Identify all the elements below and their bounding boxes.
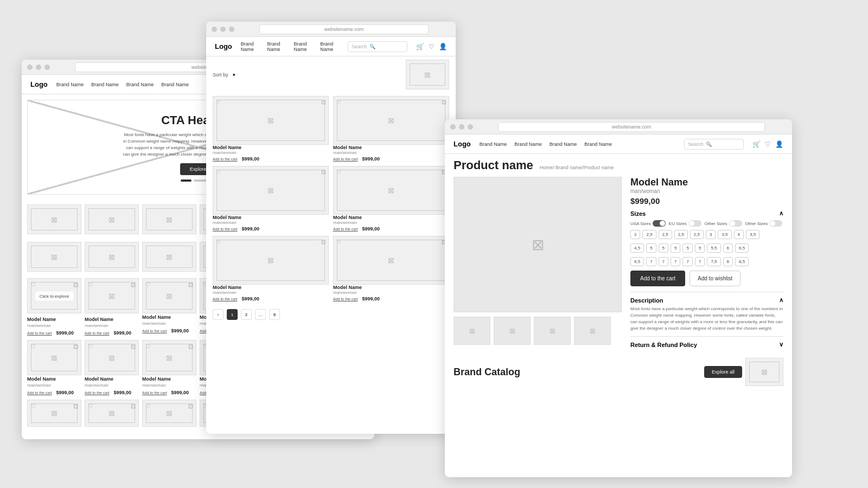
listing-img-5[interactable]: ♡ ⊡ (213, 236, 329, 285)
nav-link-3-2[interactable]: Brand Name (514, 142, 542, 147)
size-chip-3[interactable]: 3 (706, 230, 716, 239)
page-btn-2[interactable]: 2 (241, 309, 252, 320)
cart-icon-2[interactable]: 🛒 (416, 43, 424, 50)
category-item-1[interactable] (27, 204, 81, 234)
size-chip-6-5-1[interactable]: 6,5 (735, 243, 749, 253)
zoom-listing-5[interactable]: ⊡ (321, 239, 326, 245)
size-chip-5-4[interactable]: 5 (682, 243, 692, 253)
size-chip-4[interactable]: 4 (734, 230, 744, 239)
size-toggle-eu[interactable] (688, 220, 701, 227)
size-chip-4-5[interactable]: 4,5 (630, 243, 644, 253)
size-chip-2-5-3[interactable]: 2,5 (674, 230, 688, 239)
size-toggle-other1[interactable] (729, 220, 742, 227)
nav-link-3-3[interactable]: Brand Name (550, 142, 577, 147)
thumb-4[interactable] (574, 317, 611, 345)
size-chip-7-3[interactable]: 7 (671, 257, 680, 266)
nav-link-3-1[interactable]: Brand Name (480, 142, 507, 147)
add-cart-3[interactable]: Add to the cart (142, 329, 167, 333)
wishlist-icon-p1[interactable]: ♡ (30, 281, 36, 288)
size-chip-3-5-2[interactable]: 3,5 (746, 230, 760, 239)
nav-link-2-3[interactable]: Brand Name (293, 41, 312, 52)
page-prev-btn[interactable]: ‹ (213, 309, 224, 320)
listing-add-cart-5[interactable]: Add to the cart (213, 297, 238, 301)
wishlist-r3-2[interactable]: ♡ (88, 343, 93, 350)
zoom-listing-1[interactable]: ⊡ (321, 99, 326, 105)
product-r3-img-3[interactable]: ♡ ⊡ (142, 340, 196, 375)
search-bar-3[interactable]: Search 🔍 (684, 139, 744, 150)
size-chip-7-1[interactable]: 7 (646, 257, 656, 266)
sort-select[interactable]: ▾ (233, 72, 235, 78)
size-chip-8[interactable]: 8 (723, 257, 733, 266)
size-chip-2[interactable]: 2 (630, 230, 640, 239)
product-r3-img-2[interactable]: ♡ ⊡ (85, 340, 139, 375)
wishlist-icon-3[interactable]: ♡ (765, 140, 771, 148)
add-to-wishlist-button[interactable]: Add to wishlist (690, 271, 741, 286)
product-img-2[interactable]: ♡ ⊡ (85, 278, 139, 313)
size-chip-7-2[interactable]: 7 (659, 257, 668, 266)
zoom-r4-2[interactable]: ⊡ (131, 403, 136, 410)
listing-add-cart-2[interactable]: Add to the cart (333, 157, 358, 161)
add-cart-2[interactable]: Add to the cart (85, 331, 110, 335)
size-chip-6-5-2[interactable]: 6,5 (630, 257, 644, 266)
size-chip-5-5-a[interactable]: 5,5 (707, 243, 720, 253)
nav-link-1-1[interactable]: Brand Name (56, 82, 84, 87)
size-chip-3-5-1[interactable]: 3,5 (718, 230, 731, 239)
listing-img-4[interactable]: ♡ ⊡ (333, 166, 449, 215)
thumb-3[interactable] (534, 317, 571, 345)
cart-icon-3[interactable]: 🛒 (752, 140, 761, 148)
page-btn-1[interactable]: 1 (227, 309, 238, 320)
size-chip-2-5-1[interactable]: 2,5 (642, 230, 656, 239)
wishlist-r4-1[interactable]: ♡ (30, 403, 36, 410)
explore-all-button[interactable]: Explore all (704, 366, 742, 378)
add-cart-r3-1[interactable]: Add to the cart (27, 391, 52, 395)
wishlist-r4-3[interactable]: ♡ (145, 403, 151, 410)
size-chip-5-5[interactable]: 5 (695, 243, 705, 253)
description-accordion-header[interactable]: Description ∧ (630, 297, 783, 304)
zoom-icon-p3[interactable]: ⊡ (188, 281, 193, 288)
product-r3-img-1[interactable]: ♡ ⊡ (27, 340, 81, 375)
brand-catalog-thumb[interactable] (745, 358, 783, 386)
product-simple-1[interactable] (27, 242, 81, 272)
page-btn-9[interactable]: 9 (269, 309, 280, 320)
add-to-cart-button[interactable]: Add to the cart (630, 271, 685, 286)
product-simple-3[interactable] (142, 242, 196, 272)
product-r4-img-2[interactable]: ♡ ⊡ (85, 400, 139, 427)
thumb-2[interactable] (494, 317, 531, 345)
nav-link-1-4[interactable]: Brand Name (161, 82, 189, 87)
listing-add-cart-4[interactable]: Add to the cart (333, 227, 358, 231)
zoom-icon-p2[interactable]: ⊡ (131, 281, 136, 288)
size-chip-7-4[interactable]: 7 (682, 257, 692, 266)
size-chip-2-5-4[interactable]: 2,5 (690, 230, 704, 239)
zoom-icon-p1[interactable]: ⊡ (73, 281, 78, 288)
listing-img-1[interactable]: ♡ ⊡ (213, 96, 329, 145)
size-toggle-other2[interactable] (769, 220, 782, 227)
thumb-1[interactable] (454, 317, 490, 345)
category-item-2[interactable] (85, 204, 139, 234)
account-icon-2[interactable]: 👤 (439, 43, 447, 50)
category-item-3[interactable] (142, 204, 196, 234)
product-r4-img-1[interactable]: ♡ ⊡ (27, 400, 81, 427)
add-cart-r3-2[interactable]: Add to the cart (85, 391, 110, 395)
zoom-r3-3[interactable]: ⊡ (188, 343, 193, 350)
zoom-listing-3[interactable]: ⊡ (321, 169, 326, 175)
product-img-1[interactable]: ♡ ⊡ Click to explore (27, 278, 81, 313)
main-product-image[interactable] (454, 177, 622, 312)
wishlist-r4-2[interactable]: ♡ (88, 403, 93, 410)
product-simple-2[interactable] (85, 242, 139, 272)
wishlist-icon-p3[interactable]: ♡ (145, 281, 151, 288)
size-chip-7-5-a[interactable]: 7,5 (707, 257, 720, 266)
size-chip-8-5[interactable]: 8,5 (735, 257, 749, 266)
size-chip-2-5-2[interactable]: 2,5 (659, 230, 672, 239)
nav-link-2-4[interactable]: Brand Name (320, 41, 339, 52)
nav-link-2-2[interactable]: Brand Name (267, 41, 286, 52)
listing-add-cart-1[interactable]: Add to the cart (213, 157, 238, 161)
account-icon-3[interactable]: 👤 (775, 140, 783, 148)
add-cart-r3-3[interactable]: Add to the cart (142, 391, 167, 395)
size-chip-5-2[interactable]: 5 (659, 243, 668, 253)
size-chip-7-5[interactable]: 7 (695, 257, 705, 266)
nav-link-2-1[interactable]: Brand Name (241, 41, 260, 52)
nav-link-1-3[interactable]: Brand Name (126, 82, 154, 87)
refund-accordion-header[interactable]: Return & Refund Policy ∨ (630, 341, 783, 348)
nav-link-3-4[interactable]: Brand Name (584, 142, 612, 147)
wishlist-icon-p2[interactable]: ♡ (88, 281, 93, 288)
